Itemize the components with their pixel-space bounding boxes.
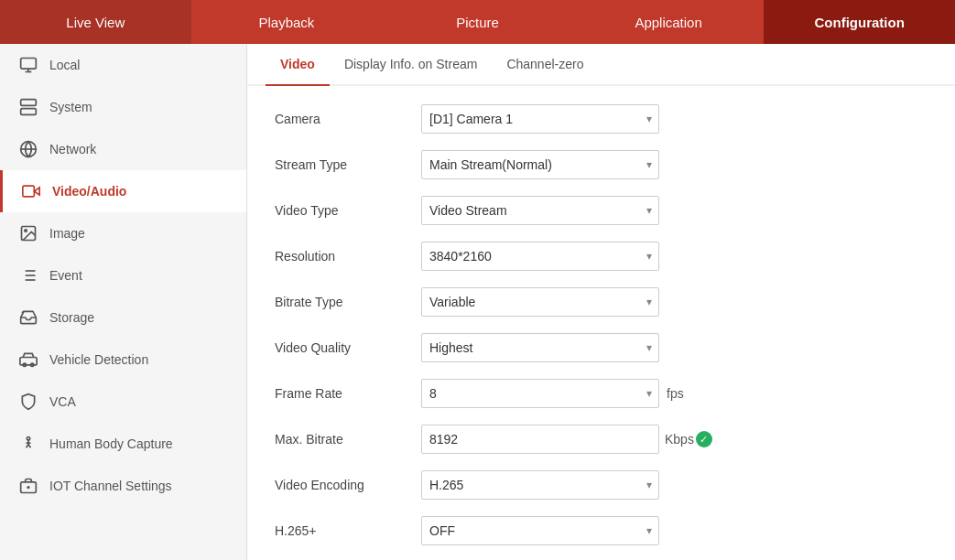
sidebar-label-human-body-capture: Human Body Capture (49, 436, 173, 451)
frame-rate-select[interactable]: 8 (421, 379, 659, 408)
svg-rect-0 (21, 59, 37, 70)
frame-rate-label: Frame Rate (275, 386, 421, 401)
video-type-select-wrapper: Video Stream (421, 196, 659, 225)
vehicle-icon (18, 350, 38, 370)
sidebar-item-human-body-capture[interactable]: Human Body Capture (0, 423, 246, 465)
h265plus-row: H.265+ OFF (275, 516, 928, 545)
sidebar-label-event: Event (49, 268, 82, 283)
video-type-select[interactable]: Video Stream (421, 196, 659, 225)
bitrate-type-label: Bitrate Type (275, 295, 421, 309)
valid-check-icon: ✓ (696, 431, 712, 447)
main-content: Video Display Info. on Stream Channel-ze… (247, 44, 955, 560)
camera-label: Camera (275, 112, 421, 126)
stream-type-label: Stream Type (275, 157, 421, 172)
sidebar-label-storage: Storage (49, 310, 94, 325)
svg-rect-19 (20, 358, 37, 365)
nav-playback[interactable]: Playback (191, 0, 383, 44)
sidebar: Local System Network (0, 44, 247, 560)
sidebar-label-videoaudio: Video/Audio (52, 184, 126, 199)
server-icon (18, 97, 38, 117)
nav-picture[interactable]: Picture (382, 0, 573, 44)
bitrate-type-row: Bitrate Type Variable (275, 287, 928, 317)
camera-select[interactable]: [D1] Camera 1 (421, 104, 659, 134)
svg-marker-9 (34, 188, 39, 195)
sidebar-item-image[interactable]: Image (0, 212, 246, 254)
resolution-label: Resolution (275, 249, 421, 264)
list-icon (18, 265, 38, 285)
video-encoding-row: Video Encoding H.265 (275, 470, 928, 500)
camera-select-wrapper: [D1] Camera 1 (421, 104, 659, 134)
iot-icon (18, 476, 38, 496)
sidebar-item-iot-channel-settings[interactable]: IOT Channel Settings (0, 465, 246, 507)
tab-bar: Video Display Info. on Stream Channel-ze… (247, 44, 955, 86)
nav-live-view[interactable]: Live View (0, 0, 191, 44)
frame-rate-row: Frame Rate 8 fps (275, 379, 928, 408)
video-quality-row: Video Quality Highest (275, 333, 928, 362)
svg-rect-10 (23, 186, 34, 197)
storage-icon (18, 307, 38, 328)
nav-configuration[interactable]: Configuration (764, 0, 955, 44)
sidebar-label-vehicle-detection: Vehicle Detection (49, 352, 148, 367)
bitrate-type-select[interactable]: Variable (421, 287, 659, 317)
max-bitrate-row: Max. Bitrate Kbps ✓ (275, 425, 928, 454)
video-encoding-label: Video Encoding (275, 478, 421, 492)
video-encoding-select-wrapper: H.265 (421, 470, 659, 500)
fps-unit-label: fps (667, 386, 684, 401)
svg-rect-3 (21, 100, 37, 106)
image-icon (18, 223, 38, 243)
top-navigation: Live View Playback Picture Application C… (0, 0, 955, 44)
sidebar-label-image: Image (49, 226, 85, 241)
h265plus-select[interactable]: OFF (421, 516, 659, 545)
bitrate-type-select-wrapper: Variable (421, 287, 659, 317)
resolution-row: Resolution 3840*2160 (275, 242, 928, 271)
tab-display-info-on-stream[interactable]: Display Info. on Stream (330, 44, 493, 84)
person-icon (18, 434, 38, 454)
sidebar-item-vca[interactable]: VCA (0, 381, 246, 423)
sidebar-item-storage[interactable]: Storage (0, 296, 246, 339)
sidebar-label-vca: VCA (49, 394, 76, 409)
monitor-icon (18, 55, 38, 75)
sidebar-item-event[interactable]: Event (0, 254, 246, 296)
video-quality-label: Video Quality (275, 340, 421, 355)
max-bitrate-label: Max. Bitrate (275, 432, 421, 447)
tab-video[interactable]: Video (266, 44, 330, 84)
sidebar-item-system[interactable]: System (0, 86, 246, 128)
sidebar-label-system: System (49, 100, 92, 114)
svg-rect-4 (21, 109, 37, 115)
camera-row: Camera [D1] Camera 1 (275, 104, 928, 134)
sidebar-item-local[interactable]: Local (0, 44, 246, 86)
video-type-row: Video Type Video Stream (275, 196, 928, 225)
video-quality-select[interactable]: Highest (421, 333, 659, 362)
globe-icon (18, 139, 38, 159)
svg-point-12 (25, 230, 27, 232)
video-quality-select-wrapper: Highest (421, 333, 659, 362)
sidebar-label-local: Local (49, 58, 80, 72)
video-encoding-select[interactable]: H.265 (421, 470, 659, 500)
frame-rate-select-wrapper: 8 (421, 379, 659, 408)
svg-point-22 (27, 437, 29, 440)
kbps-unit-label: Kbps (665, 432, 694, 447)
stream-type-select-wrapper: Main Stream(Normal) (421, 150, 659, 179)
sidebar-item-network[interactable]: Network (0, 128, 246, 170)
stream-type-row: Stream Type Main Stream(Normal) (275, 150, 928, 179)
h265plus-label: H.265+ (275, 523, 421, 538)
video-type-label: Video Type (275, 203, 421, 218)
sidebar-item-videoaudio[interactable]: Video/Audio (0, 170, 246, 212)
vca-icon (18, 392, 38, 412)
video-form: Camera [D1] Camera 1 Stream Type Main St… (247, 95, 955, 560)
main-layout: Local System Network (0, 44, 955, 560)
tab-channel-zero[interactable]: Channel-zero (492, 44, 598, 84)
max-bitrate-input[interactable] (421, 425, 659, 454)
sidebar-label-network: Network (49, 142, 96, 156)
stream-type-select[interactable]: Main Stream(Normal) (421, 150, 659, 179)
videocam-icon (21, 181, 41, 201)
sidebar-label-iot-channel-settings: IOT Channel Settings (49, 479, 172, 493)
resolution-select[interactable]: 3840*2160 (421, 242, 659, 271)
sidebar-item-vehicle-detection[interactable]: Vehicle Detection (0, 339, 246, 381)
nav-application[interactable]: Application (573, 0, 765, 44)
h265plus-select-wrapper: OFF (421, 516, 659, 545)
resolution-select-wrapper: 3840*2160 (421, 242, 659, 271)
